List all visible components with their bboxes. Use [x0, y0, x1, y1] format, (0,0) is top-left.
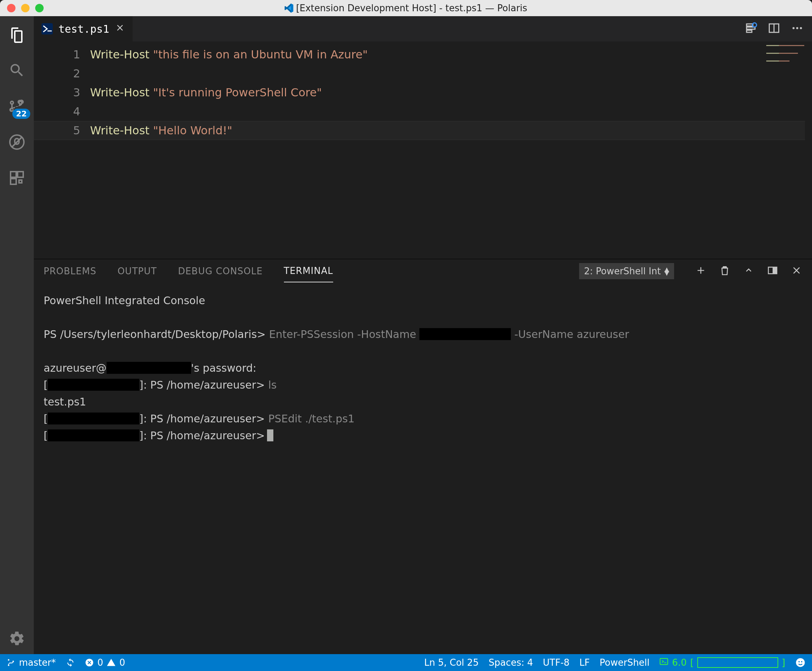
updown-icon: ▲▼	[664, 267, 669, 275]
sync-icon	[66, 658, 75, 667]
tab-label: test.ps1	[58, 23, 109, 35]
terminal-cursor	[267, 429, 273, 441]
svg-rect-10	[773, 267, 777, 274]
error-icon	[85, 658, 94, 667]
vscode-icon	[285, 3, 294, 13]
maximize-panel-button[interactable]	[743, 265, 754, 278]
explorer-tab[interactable]	[7, 25, 27, 44]
warning-icon	[107, 658, 116, 667]
split-terminal-button[interactable]	[767, 265, 778, 278]
code-editor[interactable]: 1 2 3 4 5 Write-Host "this file is on an…	[34, 41, 812, 259]
svg-point-7	[796, 27, 798, 29]
close-icon	[115, 23, 125, 33]
smiley-icon	[795, 657, 806, 668]
prompt-icon	[659, 657, 669, 666]
activity-bar: 22	[0, 16, 34, 654]
svg-point-15	[801, 661, 802, 662]
terminal-line: []: PS /home/azureuser> PSEdit ./test.ps…	[44, 410, 802, 427]
status-language[interactable]: PowerShell	[599, 657, 650, 668]
terminal-line: []: PS /home/azureuser>	[44, 427, 802, 444]
close-panel-button[interactable]	[791, 265, 802, 278]
more-actions-button[interactable]	[791, 22, 803, 36]
terminal-selector[interactable]: 2: PowerShell Int ▲▼	[579, 263, 674, 279]
status-cursor-position[interactable]: Ln 5, Col 25	[424, 657, 479, 668]
svg-point-6	[793, 27, 795, 29]
terminal-line: PowerShell Integrated Console	[44, 292, 802, 309]
minimize-window-button[interactable]	[21, 4, 29, 12]
scm-badge: 22	[12, 109, 30, 119]
files-icon	[9, 26, 26, 43]
toggle-word-wrap-button[interactable]	[744, 22, 757, 36]
terminal-body[interactable]: PowerShell Integrated Console PS /Users/…	[34, 283, 812, 654]
extensions-tab[interactable]	[7, 168, 27, 188]
svg-point-13	[796, 658, 805, 667]
source-control-tab[interactable]: 22	[7, 96, 27, 116]
terminal-line: PS /Users/tylerleonhardt/Desktop/Polaris…	[44, 326, 802, 343]
status-powershell-version[interactable]: 6.0 []	[659, 657, 785, 668]
window-controls	[0, 4, 44, 12]
terminal-line: azureuser@'s password:	[44, 360, 802, 376]
tab-close-button[interactable]	[115, 23, 125, 35]
settings-button[interactable]	[0, 630, 34, 647]
plus-icon	[695, 265, 706, 276]
titlebar: [Extension Development Host] - test.ps1 …	[0, 0, 812, 16]
editor-tabs: test.ps1	[34, 16, 812, 41]
line-number-gutter: 1 2 3 4 5	[34, 41, 90, 259]
trash-icon	[719, 265, 730, 276]
status-feedback[interactable]	[795, 657, 806, 668]
git-branch-icon	[6, 658, 15, 667]
line-number: 2	[34, 64, 80, 83]
svg-point-8	[800, 27, 802, 29]
status-problems[interactable]: 0 0	[85, 657, 125, 668]
split-panel-icon	[767, 265, 778, 276]
status-sync[interactable]	[66, 658, 75, 667]
gear-icon	[9, 630, 26, 647]
terminal-selector-label: 2: PowerShell Int	[584, 266, 661, 276]
chevron-up-icon	[743, 265, 754, 276]
code-body[interactable]: Write-Host "this file is on an Ubuntu VM…	[90, 41, 812, 259]
zoom-window-button[interactable]	[35, 4, 44, 12]
status-encoding[interactable]: UTF-8	[543, 657, 570, 668]
extensions-icon	[9, 170, 26, 186]
search-icon	[9, 62, 26, 79]
panel-tab-debug[interactable]: DEBUG CONSOLE	[178, 260, 263, 282]
status-git-branch[interactable]: master*	[6, 657, 56, 668]
ellipsis-icon	[791, 22, 803, 34]
word-wrap-icon	[744, 22, 757, 34]
close-icon	[791, 265, 802, 276]
status-indentation[interactable]: Spaces: 4	[489, 657, 533, 668]
editor-actions	[744, 16, 812, 41]
panel-tab-problems[interactable]: PROBLEMS	[44, 260, 96, 282]
line-number: 4	[34, 102, 80, 121]
bottom-panel: PROBLEMS OUTPUT DEBUG CONSOLE TERMINAL 2…	[34, 259, 812, 654]
split-editor-button[interactable]	[768, 22, 780, 36]
new-terminal-button[interactable]	[695, 265, 706, 278]
panel-tab-terminal[interactable]: TERMINAL	[284, 260, 333, 283]
debug-tab[interactable]	[7, 132, 27, 152]
svg-point-14	[798, 661, 800, 662]
line-number: 1	[34, 45, 80, 64]
window-title: [Extension Development Host] - test.ps1 …	[0, 3, 812, 14]
powershell-file-icon	[41, 23, 53, 34]
kill-terminal-button[interactable]	[719, 265, 730, 278]
close-window-button[interactable]	[7, 4, 15, 12]
terminal-line: test.ps1	[44, 393, 802, 410]
split-icon	[768, 22, 780, 34]
terminal-line: []: PS /home/azureuser> ls	[44, 376, 802, 393]
line-number: 3	[34, 83, 80, 102]
no-bug-icon	[9, 134, 26, 150]
line-number: 5	[34, 121, 80, 140]
search-tab[interactable]	[7, 60, 27, 80]
status-eol[interactable]: LF	[580, 657, 590, 668]
tab-test-ps1[interactable]: test.ps1	[34, 16, 133, 41]
status-bar: master* 0 0 Ln 5, Col 25 Spaces: 4 UTF-8…	[0, 654, 812, 671]
panel-tabs: PROBLEMS OUTPUT DEBUG CONSOLE TERMINAL 2…	[34, 259, 812, 283]
panel-tab-output[interactable]: OUTPUT	[118, 260, 157, 282]
